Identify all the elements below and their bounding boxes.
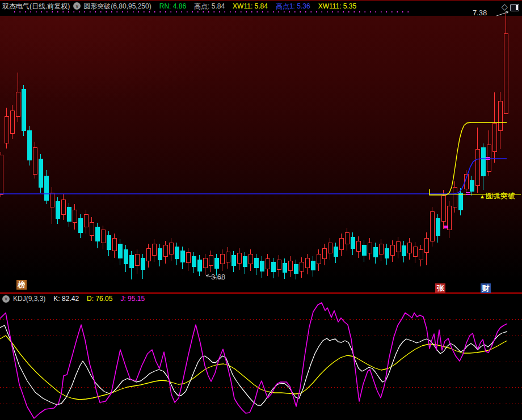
indicator-value-high1: 高点1: 5.36 [276,2,310,10]
breakout-label: ▲圆弧突破 [479,191,515,201]
main-chart-area[interactable] [0,16,522,293]
indicator-name[interactable]: 圆形突破(6,80,95,250) [83,2,151,10]
high-price-label: 7.38 [473,9,487,17]
indicator-value-rn: RN: 4.86 [159,2,186,10]
tag-cai[interactable]: 财 [481,283,491,293]
breakout-text: 圆弧突破 [486,192,515,200]
window-icon-stripe [516,5,518,10]
kdj-j-value: J: 95.15 [120,295,145,303]
stock-title: 双杰电气(日线.前复权) [2,2,70,10]
indicator-value-high: 高点: 5.84 [194,2,225,10]
triangle-up-icon: ▲ [479,193,485,200]
indicator-value-xw111: XW111: 5.35 [318,2,357,10]
kdj-header: ∨ KDJ(9,3,3) K: 82.42 D: 76.05 J: 95.15 [0,294,522,303]
kdj-indicator-name[interactable]: KDJ(9,3,3) [13,295,45,303]
kdj-k-value: K: 82.42 [53,295,79,303]
app-window: 双杰电气(日线.前复权) ∨ 圆形突破(6,80,95,250) RN: 4.8… [0,0,522,420]
chevron-down-icon[interactable]: ∨ [73,2,81,10]
tag-zhang[interactable]: 张 [435,283,445,293]
header-bar: 双杰电气(日线.前复权) ∨ 圆形突破(6,80,95,250) RN: 4.8… [0,1,522,16]
window-icon[interactable] [510,4,519,11]
low-price-label: 3.68 [211,273,225,281]
kdj-d-value: D: 76.05 [87,295,112,303]
tag-bang[interactable]: 榜 [16,280,27,290]
indicator-value-xw11: XW11: 5.84 [233,2,268,10]
diamond-icon[interactable]: ◇ [501,3,508,11]
chevron-down-icon[interactable]: ∨ [2,295,10,303]
